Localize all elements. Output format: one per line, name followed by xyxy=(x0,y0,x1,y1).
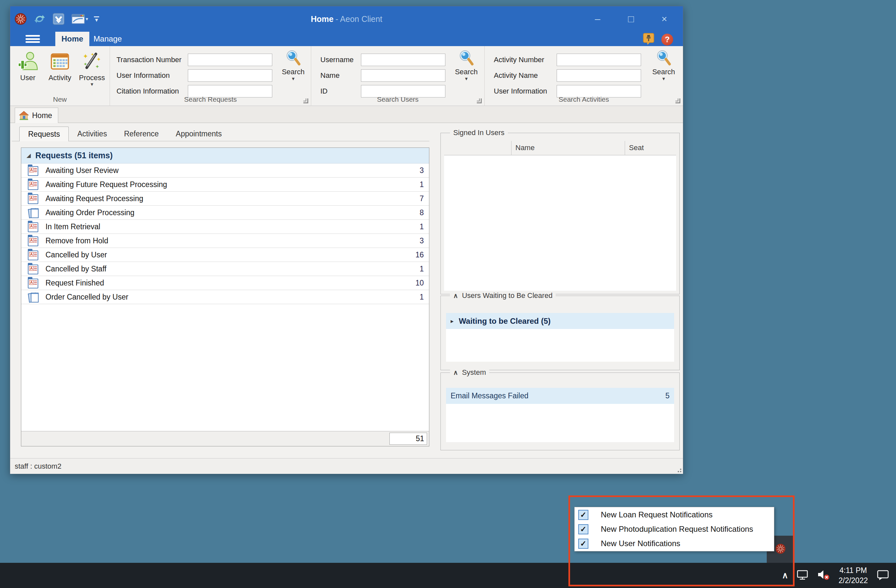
user-information-input[interactable] xyxy=(188,69,272,82)
ribbon-tab-manage[interactable]: Manage xyxy=(91,32,124,46)
minimize-button[interactable]: – xyxy=(588,14,607,24)
tab-reference[interactable]: Reference xyxy=(116,126,167,141)
action-center-icon[interactable] xyxy=(876,569,890,582)
new-process-button[interactable]: ✦ ✦ ✦ ✦ ✦ Process ▾ xyxy=(77,48,107,94)
list-item[interactable]: A In Item Retrieval1 xyxy=(21,220,429,234)
volume-muted-icon[interactable] xyxy=(817,569,830,582)
aeon-client-window: ▾ ▾ Home - Aeon Client – □ × Home Manage xyxy=(10,6,683,474)
list-item[interactable]: A Awaiting User Review3 xyxy=(21,164,429,178)
waiting-group-body xyxy=(446,329,674,362)
activity-name-input[interactable] xyxy=(557,69,641,82)
signed-in-users-title: Signed In Users xyxy=(450,129,508,137)
pushpin-icon[interactable] xyxy=(643,33,654,46)
taskbar: ∧ 4:11 PM 2/2/2022 xyxy=(0,563,896,588)
application-menu-icon[interactable] xyxy=(26,34,40,44)
clock-date: 2/2/2022 xyxy=(838,576,868,585)
tab-requests[interactable]: Requests xyxy=(19,126,69,141)
collapse-chevron-icon[interactable]: ∧ xyxy=(453,292,458,299)
list-item[interactable]: Order Cancelled by User1 xyxy=(21,290,429,304)
display-tray-icon[interactable] xyxy=(797,569,808,582)
request-queue-icon: A xyxy=(28,279,38,289)
maximize-button[interactable]: □ xyxy=(622,14,640,24)
menu-item-new-user[interactable]: ✓ New User Notifications xyxy=(574,536,774,551)
checkbox-checked-icon[interactable]: ✓ xyxy=(578,539,588,549)
notification-context-menu: ✓ New Loan Request Notifications ✓ New P… xyxy=(574,507,774,552)
customize-qat-icon[interactable]: ▾ xyxy=(94,16,99,21)
field-label: Activity Name xyxy=(494,71,557,80)
menu-item-new-photoduplication-request[interactable]: ✓ New Photoduplication Request Notificat… xyxy=(574,522,774,536)
request-queue-icon: A xyxy=(28,194,38,204)
titlebar: ▾ ▾ Home - Aeon Client – □ × xyxy=(10,6,683,32)
content-tab-strip: Requests Activities Reference Appointmen… xyxy=(19,126,230,141)
activity-number-input[interactable] xyxy=(557,54,641,66)
menu-item-new-loan-request[interactable]: ✓ New Loan Request Notifications xyxy=(574,507,774,522)
list-summary-footer: 51 xyxy=(21,431,429,446)
aeon-tray-icon[interactable] xyxy=(775,543,786,556)
dropdown-arrow-icon: ▾ xyxy=(86,16,88,22)
ribbon: User Activity xyxy=(10,46,683,106)
request-queue-icon: A xyxy=(28,251,38,260)
checkbox-checked-icon[interactable]: ✓ xyxy=(578,524,588,534)
document-tab-home[interactable]: Home xyxy=(15,108,58,123)
dialog-launcher-icon[interactable] xyxy=(477,99,482,103)
svg-text:✦: ✦ xyxy=(84,61,87,67)
sync-icon[interactable] xyxy=(32,12,47,26)
ribbon-group-new: User Activity xyxy=(10,46,110,106)
column-header-name[interactable]: Name xyxy=(515,144,535,152)
window-layout-icon[interactable]: ▾ xyxy=(70,12,89,26)
list-item[interactable]: A Cancelled by User16 xyxy=(21,248,429,262)
quick-access-toolbar: ▾ ▾ xyxy=(14,6,99,32)
list-item[interactable]: A Awaiting Request Processing7 xyxy=(21,191,429,206)
request-queue-icon: A xyxy=(28,222,38,232)
new-activity-button[interactable]: Activity xyxy=(45,48,75,94)
new-user-button[interactable]: User xyxy=(13,48,43,94)
queue-icon[interactable] xyxy=(51,12,66,26)
list-item[interactable]: A Awaiting Future Request Processing1 xyxy=(21,178,429,191)
search-requests-button[interactable]: Search ▾ xyxy=(276,49,310,95)
users-waiting-panel: ∧ Users Waiting to Be Cleared ▸ Waiting … xyxy=(440,296,680,370)
list-item[interactable]: A Remove from Hold3 xyxy=(21,234,429,248)
ribbon-group-search-requests: Transaction Number User Information Cita… xyxy=(110,46,311,106)
signed-in-users-header: Name Seat xyxy=(444,141,676,155)
status-bar: staff : custom2 xyxy=(10,458,683,474)
search-icon xyxy=(285,49,301,66)
tray-overflow-chevron-icon[interactable]: ∧ xyxy=(782,570,788,580)
help-icon[interactable]: ? xyxy=(661,34,673,46)
tab-appointments[interactable]: Appointments xyxy=(167,126,230,141)
request-queue-icon: A xyxy=(28,180,38,190)
list-item[interactable]: Awaiting Order Processing8 xyxy=(21,206,429,220)
waiting-group-row[interactable]: ▸ Waiting to be Cleared (5) xyxy=(446,313,674,329)
main-content: Requests Activities Reference Appointmen… xyxy=(10,123,683,458)
search-activities-button[interactable]: Search ▾ xyxy=(647,49,681,95)
transaction-number-input[interactable] xyxy=(188,54,272,66)
ribbon-group-search-activities: Activity Number Activity Name User Infor… xyxy=(485,46,683,106)
list-item[interactable]: A Cancelled by Staff1 xyxy=(21,262,429,276)
tab-activities[interactable]: Activities xyxy=(69,126,116,141)
field-label: Transaction Number xyxy=(116,56,188,64)
email-failed-row[interactable]: Email Messages Failed 5 xyxy=(446,388,674,404)
search-users-button[interactable]: Search ▾ xyxy=(449,49,483,95)
ribbon-tab-home[interactable]: Home xyxy=(55,32,89,46)
field-label: Activity Number xyxy=(494,56,557,64)
signed-in-users-panel: Signed In Users Name Seat xyxy=(440,133,680,294)
aeon-logo-icon[interactable] xyxy=(14,12,28,26)
taskbar-clock[interactable]: 4:11 PM 2/2/2022 xyxy=(838,565,868,586)
requests-group-header[interactable]: ◢ Requests (51 items) xyxy=(21,148,429,164)
search-icon xyxy=(656,49,672,66)
resize-grip[interactable] xyxy=(677,467,682,473)
username-input[interactable] xyxy=(361,54,445,66)
field-label: User Information xyxy=(116,71,188,80)
field-label: ID xyxy=(320,87,361,96)
list-item[interactable]: A Request Finished10 xyxy=(21,276,429,290)
name-input[interactable] xyxy=(361,69,445,82)
email-failed-count: 5 xyxy=(665,392,669,400)
collapse-chevron-icon[interactable]: ∧ xyxy=(453,369,458,377)
request-queue-icon: A xyxy=(28,237,38,246)
search-icon xyxy=(459,49,474,66)
close-button[interactable]: × xyxy=(655,14,674,24)
svg-text:✦: ✦ xyxy=(83,53,88,60)
dialog-launcher-icon[interactable] xyxy=(303,99,308,103)
checkbox-checked-icon[interactable]: ✓ xyxy=(578,510,588,520)
column-header-seat[interactable]: Seat xyxy=(629,144,644,152)
dialog-launcher-icon[interactable] xyxy=(675,99,680,103)
